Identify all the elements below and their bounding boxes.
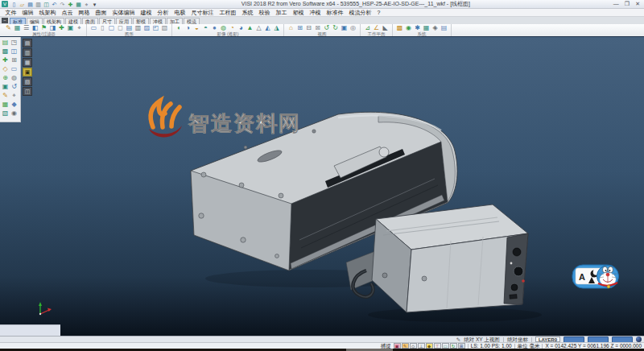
snap-perpendicular-icon[interactable]: ⊥ [418, 343, 425, 349]
diagonal-icon[interactable]: ▧ [160, 24, 169, 32]
shading-half-icon[interactable]: ◐ [175, 24, 184, 32]
tool-diamond-icon[interactable]: ◇ [1, 64, 10, 73]
outline-icon[interactable]: ◻ [116, 24, 125, 32]
tool-pick-icon[interactable]: ⌖ [10, 91, 19, 100]
snap-point-icon[interactable]: ▣ [394, 343, 401, 349]
tab-die[interactable]: 冲模 [150, 18, 166, 24]
tab-flow[interactable]: 模流 [184, 18, 200, 24]
menu-machining[interactable]: 加工 [273, 9, 290, 16]
snap-midpoint-icon[interactable]: ◆ [426, 343, 433, 349]
open-file-icon[interactable]: ▱ [19, 1, 26, 8]
collapse-tabs-button[interactable]: − [2, 18, 8, 23]
system-panel-icon[interactable]: ▤ [440, 24, 448, 32]
tool-edit-icon[interactable]: ✎ [1, 91, 10, 100]
facet-outline-icon[interactable]: △ [254, 24, 263, 32]
menu-dimension[interactable]: 尺寸标注 [188, 9, 217, 16]
tool-corner-icon[interactable]: ◳ [10, 38, 19, 47]
snap-face-icon[interactable]: ▭ [442, 343, 449, 349]
menu-drawing[interactable]: 工程图 [217, 9, 239, 16]
menu-pointcloud[interactable]: 点云 [59, 9, 76, 16]
box-icon[interactable]: ▯ [98, 24, 107, 32]
tool-table-icon[interactable]: ▦ [1, 100, 10, 109]
tab-edit[interactable]: 编辑 [27, 18, 43, 24]
pick-icon[interactable]: ⌖ [75, 24, 84, 32]
close-button[interactable]: ✕ [635, 1, 640, 7]
add-filter-icon[interactable]: ✚ [57, 24, 66, 32]
menu-analysis[interactable]: 分析 [155, 9, 171, 16]
menu-standard-parts[interactable]: 标准件 [324, 9, 346, 16]
vlines-icon[interactable]: ▥ [134, 24, 142, 32]
annotate-icon[interactable]: ✎ [456, 337, 460, 342]
menu-verify[interactable]: 校验 [256, 9, 273, 16]
zoom-window-icon[interactable]: ⊞ [295, 24, 304, 32]
globe-icon[interactable] [636, 337, 642, 342]
active-layer-button[interactable]: LAYER0 [535, 337, 560, 342]
tool-insert-icon[interactable]: ⊕ [1, 73, 10, 82]
minimize-button[interactable]: — [613, 1, 619, 7]
center-view-icon[interactable]: ◎ [349, 24, 357, 32]
tool-layers-icon[interactable]: ▤ [1, 38, 10, 47]
viewport-3d[interactable]: 智造资料网 A [0, 37, 644, 336]
new-file-icon[interactable]: ▯ [10, 1, 18, 8]
tab-machining[interactable]: 加工 [167, 18, 183, 24]
menu-flow-analysis[interactable]: 模流分析 [346, 9, 374, 16]
snap-edit-icon[interactable]: ✎ [402, 343, 409, 349]
tool-add-icon[interactable]: ✚ [1, 56, 10, 64]
menu-solid-edit[interactable]: 实体编辑 [109, 9, 138, 16]
tool-grid-icon[interactable]: ⊞ [10, 56, 19, 64]
menu-wireframe[interactable]: 线架构 [36, 9, 59, 16]
square-icon[interactable]: ▢ [107, 24, 116, 32]
triangle-right-icon[interactable]: ◮ [272, 24, 281, 32]
display-mode-3-button[interactable]: ▦ [23, 58, 32, 67]
save-icon[interactable]: ▤ [27, 1, 34, 8]
display-mode-1-button[interactable]: ▤ [23, 39, 32, 47]
tool-undo-view-icon[interactable]: ↺ [10, 82, 19, 91]
tab-application[interactable]: 应用 [116, 18, 132, 24]
menu-mould[interactable]: 塑模 [290, 9, 307, 16]
menu-help[interactable]: ? [374, 9, 383, 16]
shading-right-icon[interactable]: ◑ [184, 24, 192, 32]
tab-dimension[interactable]: 尺寸 [99, 18, 115, 24]
shading-top-icon[interactable]: ◓ [201, 24, 210, 32]
display-mode-4-button[interactable]: ▣ [23, 68, 32, 76]
coordinate-mode-label[interactable]: 绝对坐标 [507, 337, 528, 342]
grid-snap-icon[interactable]: ⊞ [458, 343, 465, 349]
redo-icon[interactable]: ↷ [59, 1, 66, 8]
app-logo-icon[interactable]: V [2, 1, 8, 7]
view-mode-label[interactable]: 绝对 XY 上视图 [464, 337, 500, 342]
tool-mesh-icon[interactable]: ▩ [1, 47, 10, 56]
layer-manager-icon[interactable]: ▦ [13, 24, 22, 32]
display-mode-2-button[interactable]: ▥ [23, 48, 32, 57]
menu-file[interactable]: 文件 [2, 9, 19, 16]
tool-hatch-icon[interactable]: ▧ [1, 109, 10, 118]
quick-access-more-icon[interactable]: ▾ [91, 1, 98, 8]
zoom-out-icon[interactable]: ⊟ [304, 24, 313, 32]
facet-icon[interactable]: ▲ [246, 24, 254, 32]
system-diamond-icon[interactable]: ◈ [431, 24, 440, 32]
tab-wireframe[interactable]: 线架构 [43, 18, 64, 24]
snap-vertex-icon[interactable]: ◇ [410, 343, 417, 349]
menu-electrode[interactable]: 电极 [171, 9, 188, 16]
print-icon[interactable]: ▥ [35, 1, 42, 8]
tool-solid-icon[interactable]: ◆ [10, 100, 19, 109]
tab-standard[interactable]: 标准 [10, 18, 26, 24]
tool-circle-icon[interactable]: ◉ [10, 109, 19, 118]
undo-icon[interactable]: ↶ [51, 1, 58, 8]
triangle-half-icon[interactable]: ◭ [263, 24, 272, 32]
select-icon[interactable]: ⌖ [83, 1, 90, 8]
edit-attributes-icon[interactable]: ✎ [4, 24, 13, 32]
tab-surface[interactable]: 曲面 [82, 18, 98, 24]
grid-icon[interactable]: ▦ [75, 1, 82, 8]
menu-progress[interactable]: 冲模 [307, 9, 324, 16]
tool-split-icon[interactable]: ◫ [10, 47, 19, 56]
menu-mesh[interactable]: 网格 [76, 9, 93, 16]
rotate-right-icon[interactable]: ↻ [331, 24, 340, 32]
rectangle-icon[interactable]: ▭ [89, 24, 98, 32]
add-icon[interactable]: ✚ [67, 1, 74, 8]
display-mode-5-button[interactable]: ▧ [23, 77, 32, 86]
dynamic-rotate-icon[interactable]: ↻ [450, 343, 457, 349]
selection-box-icon[interactable]: ▣ [66, 24, 75, 32]
home-view-icon[interactable]: ⌂ [287, 24, 295, 32]
menu-edit[interactable]: 编辑 [19, 9, 36, 16]
menu-surface[interactable]: 曲面 [93, 9, 109, 16]
